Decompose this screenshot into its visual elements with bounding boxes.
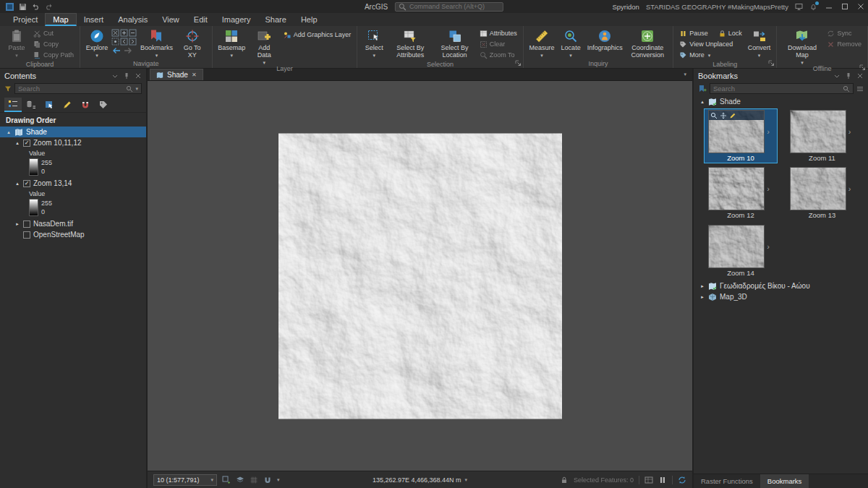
selection-launcher-icon[interactable] [515, 60, 522, 67]
tab-list-caret-icon[interactable]: ▾ [684, 72, 686, 77]
select-button[interactable]: Select ▾ [361, 28, 387, 58]
go-to-xy-button[interactable]: Go To XY [176, 28, 208, 59]
pause-labeling-button[interactable]: Pause [677, 28, 710, 38]
layer-visibility-checkbox[interactable] [23, 231, 30, 239]
filter-icon[interactable] [4, 85, 12, 93]
layer-row-zoom-1314[interactable]: ▴ Zoom 13,14 [0, 178, 146, 189]
download-map-button[interactable]: Download Map ▾ [780, 28, 823, 65]
bookmark-zoom-12[interactable]: › Zoom 12 [704, 166, 778, 221]
layer-row-zoom-101112[interactable]: ▴ Zoom 10,11,12 [0, 137, 146, 148]
layer-visibility-checkbox[interactable] [23, 221, 30, 228]
list-by-snapping-tab[interactable] [77, 98, 94, 112]
panel-menu-chevron-icon[interactable] [111, 72, 119, 80]
bookmark-group-geodiadromes[interactable]: ▸ Γεωδιαδρομές Βίκου - Αώου [694, 281, 868, 291]
tab-bookmarks[interactable]: Bookmarks [760, 474, 809, 488]
zoom-to-button[interactable]: Zoom To [477, 50, 519, 60]
layer-row-nasadem[interactable]: ▸ NasaDem.tif [0, 218, 146, 229]
add-data-button[interactable]: Add Data ▾ [249, 28, 280, 65]
tab-map[interactable]: Map [45, 13, 76, 26]
explore-button[interactable]: Explore ▾ [84, 28, 110, 58]
bookmark-zoom-10[interactable]: › Zoom 10 [704, 108, 778, 163]
layer-visibility-checkbox[interactable] [23, 180, 30, 187]
add-graphics-layer-button[interactable]: Add Graphics Layer [281, 30, 354, 40]
expand-collapse-icon[interactable]: ▴ [14, 140, 20, 146]
list-by-data-source-tab[interactable] [22, 98, 40, 112]
bookmark-flyout-arrow[interactable]: › [846, 127, 854, 136]
expand-collapse-icon[interactable]: ▴ [6, 129, 12, 135]
tab-insert[interactable]: Insert [77, 13, 111, 26]
expand-collapse-icon[interactable]: ▴ [14, 181, 20, 187]
bookmark-zoom-14[interactable]: › Zoom 14 [704, 223, 778, 278]
pin-icon[interactable] [123, 72, 130, 80]
command-search-input[interactable] [409, 3, 500, 10]
coordinate-conversion-button[interactable]: Coordinate Conversion [626, 28, 669, 59]
cut-button[interactable]: Cut [31, 28, 76, 38]
map-view-tab-shade[interactable]: Shade ✕ [150, 69, 203, 80]
zoom-to-selection-icon[interactable] [111, 38, 119, 46]
layers-toggle-icon[interactable] [236, 476, 244, 484]
back-arrow-icon[interactable] [112, 47, 121, 54]
close-panel-icon[interactable] [856, 72, 864, 80]
bookmarks-button[interactable]: Bookmarks ▾ [138, 28, 175, 58]
sync-button[interactable]: Sync [825, 28, 864, 38]
map-canvas[interactable] [148, 81, 692, 471]
view-unplaced-button[interactable]: View Unplaced [677, 39, 744, 49]
bookmark-zoom-11[interactable]: › Zoom 11 [786, 108, 859, 163]
bookmarks-menu-icon[interactable] [856, 85, 864, 93]
forward-arrow-icon[interactable] [124, 47, 132, 54]
map-item-shade[interactable]: ▴ Shade [0, 127, 146, 137]
maximize-button[interactable] [840, 2, 849, 11]
copy-path-button[interactable]: Copy Path [31, 50, 76, 60]
panel-menu-chevron-icon[interactable] [833, 72, 841, 80]
labeling-launcher-icon[interactable] [768, 60, 775, 67]
fixed-zoom-in-icon[interactable] [120, 29, 128, 37]
layer-visibility-checkbox[interactable] [23, 140, 30, 147]
redo-icon[interactable] [45, 3, 53, 11]
paste-button[interactable]: Paste ▾ [4, 28, 30, 58]
bookmark-group-shade[interactable]: ▴ Shade [694, 96, 868, 107]
list-by-drawing-order-tab[interactable] [4, 98, 22, 112]
command-search[interactable] [395, 2, 503, 12]
tab-analysis[interactable]: Analysis [111, 13, 155, 26]
layer-row-openstreetmap[interactable]: OpenStreetMap [0, 229, 146, 240]
pin-icon[interactable] [845, 72, 852, 80]
locate-button[interactable]: Locate ▾ [558, 28, 584, 58]
tab-help[interactable]: Help [294, 13, 325, 26]
close-button[interactable] [856, 2, 865, 11]
measure-button[interactable]: Measure ▾ [527, 28, 556, 58]
clear-button[interactable]: Clear [477, 39, 519, 49]
tab-edit[interactable]: Edit [187, 13, 215, 26]
lock-labels-button[interactable]: Lock [716, 28, 744, 38]
fixed-zoom-out-icon[interactable] [129, 29, 137, 37]
tab-raster-functions[interactable]: Raster Functions [694, 474, 760, 488]
full-extent-icon[interactable] [111, 29, 119, 37]
infographics-button[interactable]: Infographics [585, 28, 624, 52]
close-tab-icon[interactable]: ✕ [192, 72, 197, 78]
convert-labels-button[interactable]: Convert ▾ [746, 28, 773, 58]
bookmark-flyout-arrow[interactable]: › [764, 242, 773, 251]
list-by-selection-tab[interactable] [41, 98, 58, 112]
refresh-icon[interactable] [678, 476, 686, 484]
graticule-icon[interactable] [250, 476, 258, 484]
add-grid-icon[interactable] [222, 476, 231, 484]
bookmark-flyout-arrow[interactable]: › [846, 184, 854, 193]
attributes-button[interactable]: Attributes [477, 28, 519, 38]
tab-view[interactable]: View [155, 13, 187, 26]
zoom-to-bookmark-icon[interactable] [710, 112, 718, 119]
expand-collapse-icon[interactable]: ▸ [699, 294, 705, 300]
contents-search-box[interactable]: ▾ [14, 83, 142, 94]
pan-to-bookmark-icon[interactable] [720, 112, 727, 119]
expand-collapse-icon[interactable]: ▸ [699, 283, 705, 289]
notifications-icon[interactable] [809, 3, 817, 11]
bookmark-flyout-arrow[interactable]: › [764, 127, 773, 136]
list-by-editing-tab[interactable] [59, 98, 76, 112]
remove-button[interactable]: Remove [825, 39, 864, 49]
offline-launcher-icon[interactable] [859, 64, 866, 71]
bookmarks-search-input[interactable] [713, 85, 841, 93]
bookmark-flyout-arrow[interactable]: › [764, 184, 773, 193]
new-bookmark-icon[interactable] [698, 85, 707, 93]
coordinate-readout[interactable]: 135,262.97E 4,466,368.44N m ▾ [373, 476, 467, 484]
select-by-location-button[interactable]: Select By Location [433, 28, 475, 59]
bookmark-group-map-3d[interactable]: ▸ Map_3D [694, 291, 868, 302]
undo-icon[interactable] [32, 3, 40, 11]
